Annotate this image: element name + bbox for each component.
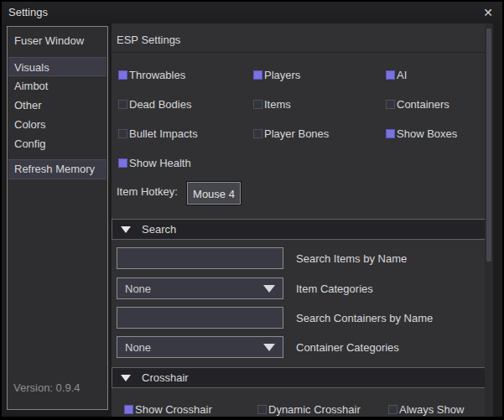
search-section-header[interactable]: Search (112, 219, 486, 240)
sidebar-item-visuals[interactable]: Visuals (8, 57, 107, 76)
checkbox-show-crosshair[interactable]: Show Crosshair (124, 401, 212, 417)
checkbox-icon (253, 129, 262, 138)
checkbox-icon (386, 70, 395, 80)
checkbox-label: Always Show (399, 403, 464, 416)
sidebar-header: Fuser Window (14, 34, 84, 47)
collapse-arrow-icon (121, 375, 131, 381)
checkbox-icon (388, 405, 397, 414)
checkbox-label: Dead Bodies (129, 98, 191, 111)
checkbox-show-health[interactable]: Show Health (118, 154, 191, 171)
checkbox-player-bones[interactable]: Player Bones (253, 125, 329, 142)
sidebar-nav: Visuals Aimbot Other Colors Config (8, 57, 107, 153)
checkbox-label: Player Bones (264, 127, 329, 140)
panel-title: ESP Settings (117, 34, 180, 46)
checkbox-throwables[interactable]: Throwables (118, 66, 185, 83)
scrollbar-thumb[interactable] (486, 29, 491, 262)
search-items-input[interactable] (117, 247, 283, 269)
sidebar-item-colors[interactable]: Colors (8, 115, 107, 134)
refresh-memory-button[interactable]: Refresh Memory (8, 159, 107, 179)
checkbox-label: Containers (397, 98, 449, 111)
esp-settings-panel: ESP Settings Throwables Players AI Dead … (112, 23, 493, 417)
checkbox-show-boxes[interactable]: Show Boxes (386, 125, 457, 142)
checkbox-containers[interactable]: Containers (386, 96, 449, 112)
container-categories-select[interactable]: None (117, 336, 283, 358)
container-categories-label: Container Categories (296, 341, 399, 354)
checkbox-icon (386, 129, 395, 138)
checkbox-icon (118, 70, 127, 80)
crosshair-section-header[interactable]: Crosshair (112, 367, 486, 388)
select-value: None (125, 341, 263, 354)
settings-window: Settings ✕ Fuser Window Visuals Aimbot O… (0, 0, 504, 420)
checkbox-dead-bodies[interactable]: Dead Bodies (118, 96, 191, 112)
checkbox-icon (118, 100, 127, 109)
window-title: Settings (8, 6, 48, 18)
sidebar-item-config[interactable]: Config (8, 134, 107, 153)
window-body: Settings ✕ Fuser Window Visuals Aimbot O… (2, 2, 502, 417)
checkbox-icon (253, 100, 262, 109)
checkbox-icon (118, 158, 127, 168)
collapse-arrow-icon (121, 226, 131, 233)
sidebar: Fuser Window Visuals Aimbot Other Colors… (7, 26, 108, 410)
scrollbar-track[interactable] (485, 23, 493, 417)
version-label: Version: 0.9.4 (13, 381, 81, 394)
item-categories-select[interactable]: None (117, 277, 283, 299)
checkbox-icon (253, 70, 262, 80)
item-hotkey-label: Item Hotkey: (117, 185, 178, 198)
checkbox-label: Throwables (129, 69, 185, 81)
dropdown-arrow-icon (263, 285, 275, 293)
section-title: Search (142, 223, 176, 236)
checkbox-icon (257, 405, 267, 414)
checkbox-label: Items (264, 98, 291, 111)
search-containers-label: Search Containers by Name (296, 312, 433, 324)
section-title: Crosshair (142, 371, 189, 384)
checkbox-label: Dynamic Crosshair (268, 403, 361, 416)
close-icon[interactable]: ✕ (481, 5, 496, 20)
select-value: None (125, 283, 263, 295)
checkbox-ai[interactable]: AI (386, 66, 407, 83)
checkbox-label: Show Boxes (397, 127, 457, 140)
checkbox-always-show[interactable]: Always Show (388, 401, 464, 417)
checkbox-bullet-impacts[interactable]: Bullet Impacts (118, 125, 198, 142)
checkbox-label: Bullet Impacts (129, 127, 198, 140)
title-bar[interactable]: Settings ✕ (2, 2, 502, 23)
checkbox-icon (386, 100, 395, 109)
item-hotkey-button[interactable]: Mouse 4 (187, 182, 241, 205)
sidebar-item-aimbot[interactable]: Aimbot (8, 76, 107, 96)
search-containers-input[interactable] (117, 307, 283, 329)
checkbox-label: AI (397, 69, 407, 81)
checkbox-dynamic-crosshair[interactable]: Dynamic Crosshair (257, 401, 361, 417)
checkbox-label: Show Health (129, 157, 191, 169)
checkbox-icon (118, 129, 127, 138)
checkbox-items[interactable]: Items (253, 96, 291, 112)
search-items-label: Search Items by Name (296, 252, 407, 265)
checkbox-label: Players (264, 69, 300, 81)
checkbox-label: Show Crosshair (135, 403, 212, 416)
item-categories-label: Item Categories (296, 283, 373, 295)
dropdown-arrow-icon (263, 344, 275, 351)
checkbox-players[interactable]: Players (253, 66, 300, 83)
checkbox-icon (124, 405, 133, 414)
divider (112, 52, 486, 53)
sidebar-item-other[interactable]: Other (8, 96, 107, 115)
